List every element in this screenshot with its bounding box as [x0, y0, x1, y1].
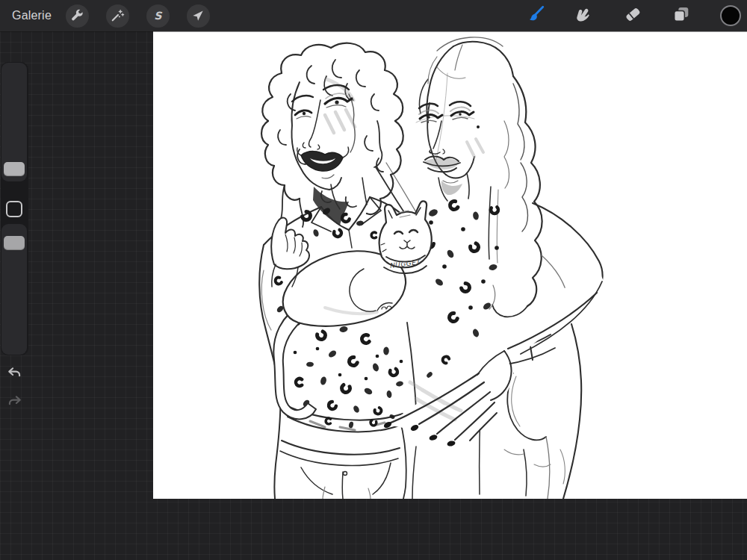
right-tool-group	[526, 0, 741, 31]
wrench-icon	[69, 8, 84, 23]
gallery-button[interactable]: Galerie	[12, 9, 52, 22]
smudge-tool-button[interactable]	[574, 6, 594, 25]
layers-icon	[672, 4, 691, 27]
brush-size-handle[interactable]	[4, 162, 25, 176]
erase-tool-button[interactable]	[623, 6, 642, 25]
sketch-artwork: NUGGET	[153, 31, 747, 499]
adjustments-button[interactable]	[106, 4, 129, 28]
smudge-finger-icon	[574, 4, 594, 27]
undo-button[interactable]	[6, 365, 23, 382]
opacity-handle[interactable]	[4, 236, 25, 250]
layers-button[interactable]	[672, 6, 691, 25]
transform-button[interactable]	[187, 4, 210, 28]
color-swatch-button[interactable]	[720, 5, 741, 26]
redo-arrow-icon	[6, 400, 23, 413]
transform-arrow-icon	[190, 8, 205, 23]
selection-button[interactable]: S	[146, 4, 170, 28]
modify-button[interactable]	[6, 201, 22, 217]
drawing-canvas[interactable]: NUGGET	[153, 31, 747, 499]
svg-text:S: S	[155, 10, 163, 22]
magic-wand-icon	[110, 8, 125, 23]
procreate-app: Galerie	[0, 0, 747, 560]
left-tool-group: S	[66, 4, 210, 28]
eraser-icon	[623, 4, 642, 27]
top-toolbar: Galerie	[0, 0, 747, 31]
paint-tool-button[interactable]	[526, 6, 545, 25]
paintbrush-icon	[526, 4, 545, 27]
undo-arrow-icon	[6, 372, 23, 385]
selection-s-icon: S	[150, 8, 165, 23]
actions-button[interactable]	[66, 4, 89, 28]
redo-button[interactable]	[6, 393, 23, 411]
